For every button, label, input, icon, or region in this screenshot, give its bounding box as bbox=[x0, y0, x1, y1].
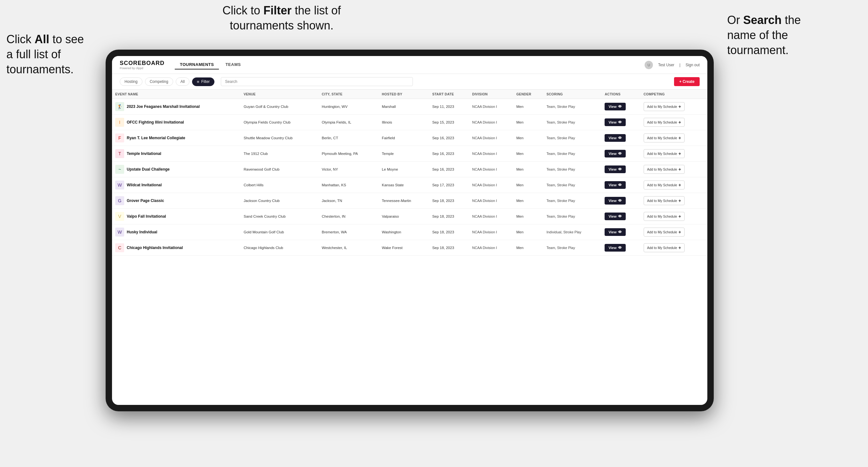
event-name-9: Chicago Highlands Invitational bbox=[127, 246, 183, 250]
col-scoring: SCORING bbox=[543, 90, 601, 99]
cell-date-0: Sep 11, 2023 bbox=[429, 99, 469, 115]
plus-icon-6: + bbox=[679, 198, 681, 203]
cell-event-6: G Grover Page Classic bbox=[112, 193, 240, 209]
add-schedule-button-9[interactable]: Add to My Schedule + bbox=[644, 243, 685, 252]
event-name-3: Temple Invitational bbox=[127, 151, 161, 156]
cell-competing-2: Add to My Schedule + bbox=[641, 130, 707, 146]
view-button-7[interactable]: View 👁 bbox=[604, 213, 626, 220]
filter-toggle-btn[interactable]: ≡ Filter bbox=[192, 77, 214, 86]
event-name-4: Upstate Dual Challenge bbox=[127, 167, 169, 172]
cell-event-1: I OFCC Fighting Illini Invitational bbox=[112, 115, 240, 130]
hosting-filter-btn[interactable]: Hosting bbox=[120, 77, 143, 86]
view-button-9[interactable]: View 👁 bbox=[604, 244, 626, 252]
cell-scoring-7: Team, Stroke Play bbox=[543, 209, 601, 224]
view-button-6[interactable]: View 👁 bbox=[604, 197, 626, 205]
view-button-4[interactable]: View 👁 bbox=[604, 165, 626, 173]
cell-event-5: W Wildcat Invitational bbox=[112, 177, 240, 193]
view-button-2[interactable]: View 👁 bbox=[604, 134, 626, 142]
annotation-topleft: Click All to seea full list oftournament… bbox=[6, 32, 96, 77]
cell-gender-5: Men bbox=[513, 177, 543, 193]
view-button-0[interactable]: View 👁 bbox=[604, 103, 626, 111]
view-button-3[interactable]: View 👁 bbox=[604, 150, 626, 157]
cell-hosted-4: Le Moyne bbox=[379, 162, 429, 177]
cell-action-8: View 👁 bbox=[601, 224, 640, 240]
plus-icon-2: + bbox=[679, 135, 681, 141]
col-gender: GENDER bbox=[513, 90, 543, 99]
cell-division-3: NCAA Division I bbox=[469, 146, 513, 162]
cell-gender-2: Men bbox=[513, 130, 543, 146]
cell-gender-6: Men bbox=[513, 193, 543, 209]
cell-competing-9: Add to My Schedule + bbox=[641, 240, 707, 256]
team-logo-6: G bbox=[115, 196, 124, 205]
view-label-0: View bbox=[609, 105, 616, 108]
cell-hosted-7: Valparaiso bbox=[379, 209, 429, 224]
cell-division-8: NCAA Division I bbox=[469, 224, 513, 240]
filter-label: Filter bbox=[201, 80, 210, 84]
cell-venue-4: Ravenwood Golf Club bbox=[240, 162, 318, 177]
search-box bbox=[221, 77, 413, 86]
cell-hosted-3: Temple bbox=[379, 146, 429, 162]
cell-venue-6: Jackson Country Club bbox=[240, 193, 318, 209]
cell-venue-7: Sand Creek Country Club bbox=[240, 209, 318, 224]
cell-venue-8: Gold Mountain Golf Club bbox=[240, 224, 318, 240]
tablet-device: SCOREBOARD Powered by clippd TOURNAMENTS… bbox=[105, 50, 714, 411]
cell-scoring-6: Team, Stroke Play bbox=[543, 193, 601, 209]
tab-teams[interactable]: TEAMS bbox=[220, 60, 246, 69]
tournaments-table: EVENT NAME VENUE CITY, STATE HOSTED BY S… bbox=[112, 90, 707, 256]
team-logo-9: C bbox=[115, 243, 124, 252]
plus-icon-8: + bbox=[679, 229, 681, 235]
cell-event-9: C Chicago Highlands Invitational bbox=[112, 240, 240, 256]
view-button-5[interactable]: View 👁 bbox=[604, 181, 626, 189]
eye-icon-0: 👁 bbox=[618, 104, 622, 109]
search-input[interactable] bbox=[221, 77, 413, 86]
add-schedule-button-8[interactable]: Add to My Schedule + bbox=[644, 227, 685, 237]
add-schedule-button-5[interactable]: Add to My Schedule + bbox=[644, 181, 685, 189]
create-button[interactable]: + Create bbox=[674, 77, 700, 86]
eye-icon-2: 👁 bbox=[618, 136, 622, 140]
table-row: ~ Upstate Dual Challenge Ravenwood Golf … bbox=[112, 162, 707, 177]
all-filter-btn[interactable]: All bbox=[176, 77, 189, 86]
cell-city-3: Plymouth Meeting, PA bbox=[318, 146, 379, 162]
add-schedule-button-1[interactable]: Add to My Schedule + bbox=[644, 118, 685, 127]
plus-icon-5: + bbox=[679, 182, 681, 188]
add-schedule-button-7[interactable]: Add to My Schedule + bbox=[644, 212, 685, 221]
view-label-8: View bbox=[609, 230, 616, 234]
table-row: G Grover Page Classic Jackson Country Cl… bbox=[112, 193, 707, 209]
cell-venue-5: Colbert Hills bbox=[240, 177, 318, 193]
cell-gender-7: Men bbox=[513, 209, 543, 224]
add-schedule-button-4[interactable]: Add to My Schedule + bbox=[644, 165, 685, 174]
eye-icon-6: 👁 bbox=[618, 198, 622, 203]
cell-hosted-0: Marshall bbox=[379, 99, 429, 115]
cell-city-9: Westchester, IL bbox=[318, 240, 379, 256]
signout-link[interactable]: Sign out bbox=[686, 63, 700, 67]
view-button-8[interactable]: View 👁 bbox=[604, 228, 626, 236]
col-start-date: START DATE bbox=[429, 90, 469, 99]
tab-tournaments[interactable]: TOURNAMENTS bbox=[175, 60, 219, 69]
cell-action-6: View 👁 bbox=[601, 193, 640, 209]
col-division: DIVISION bbox=[469, 90, 513, 99]
table-row: W Husky Individual Gold Mountain Golf Cl… bbox=[112, 224, 707, 240]
event-name-8: Husky Individual bbox=[127, 230, 157, 234]
competing-filter-btn[interactable]: Competing bbox=[145, 77, 173, 86]
cell-city-6: Jackson, TN bbox=[318, 193, 379, 209]
logo-area: SCOREBOARD Powered by clippd bbox=[120, 60, 164, 70]
cell-date-4: Sep 16, 2023 bbox=[429, 162, 469, 177]
cell-city-7: Chesterton, IN bbox=[318, 209, 379, 224]
view-label-3: View bbox=[609, 152, 616, 156]
team-logo-3: T bbox=[115, 149, 124, 158]
event-name-1: OFCC Fighting Illini Invitational bbox=[127, 120, 184, 125]
cell-event-3: T Temple Invitational bbox=[112, 146, 240, 162]
add-schedule-button-3[interactable]: Add to My Schedule + bbox=[644, 149, 685, 158]
add-schedule-button-2[interactable]: Add to My Schedule + bbox=[644, 133, 685, 143]
cell-action-0: View 👁 bbox=[601, 99, 640, 115]
view-label-1: View bbox=[609, 120, 616, 124]
eye-icon-1: 👁 bbox=[618, 120, 622, 125]
add-schedule-label-2: Add to My Schedule bbox=[647, 136, 677, 140]
tournaments-table-container: EVENT NAME VENUE CITY, STATE HOSTED BY S… bbox=[112, 90, 707, 405]
team-logo-7: V bbox=[115, 212, 124, 221]
add-schedule-button-6[interactable]: Add to My Schedule + bbox=[644, 196, 685, 205]
add-schedule-button-0[interactable]: Add to My Schedule + bbox=[644, 102, 685, 111]
col-venue: VENUE bbox=[240, 90, 318, 99]
view-button-1[interactable]: View 👁 bbox=[604, 118, 626, 126]
view-label-6: View bbox=[609, 199, 616, 203]
